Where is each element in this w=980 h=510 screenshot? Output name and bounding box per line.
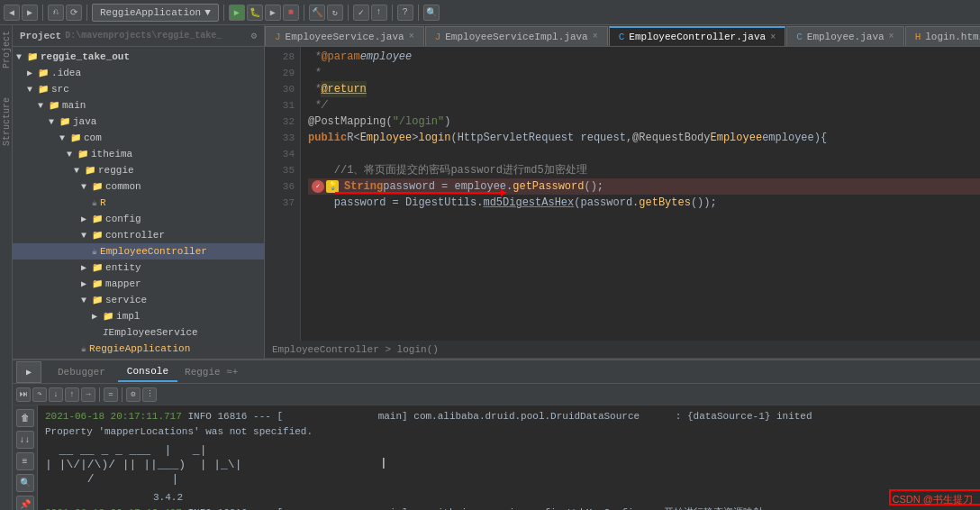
cursor: | — [380, 455, 387, 470]
folder-icon-7: ▼ 📁 — [67, 149, 88, 159]
close-icon-2[interactable]: × — [593, 32, 598, 41]
close-icon-4[interactable]: × — [889, 32, 894, 41]
tree-item-reggie[interactable]: ▼ 📁 reggie — [13, 162, 264, 178]
tree-label-common: common — [105, 181, 141, 192]
line-num-29: 29 — [265, 65, 295, 81]
console-line-2: Property 'mapperLocations' was not speci… — [45, 424, 980, 440]
warning-indicator: 💡 — [326, 180, 339, 193]
folder-icon: ▼ 📁 — [16, 51, 38, 62]
toolbar-btn-2[interactable]: ▶ — [22, 5, 38, 21]
tab-EmployeeServiceImpl[interactable]: J EmployeeServiceImpl.java × — [425, 26, 608, 46]
stop-btn[interactable]: ■ — [283, 5, 299, 21]
tab-Employee[interactable]: C Employee.java × — [786, 26, 903, 46]
tree-label-root: reggie_take_out — [41, 51, 130, 62]
tree-item-service[interactable]: ▼ 📁 service — [13, 292, 264, 308]
code-line-37: password = DigestUtils.md5DigestAsHex(pa… — [308, 195, 980, 211]
tree-item-mapper[interactable]: ▶ 📁 mapper — [13, 276, 264, 292]
ascii-line-2: | |\/|/\)/ || ||___) | |_\| — [45, 458, 980, 472]
tree-item-entity[interactable]: ▶ 📁 entity — [13, 260, 264, 276]
ascii-art-block: __ __ _ _ ___ | _| | |\/|/\)/ || ||___) … — [45, 443, 980, 487]
step-into-btn[interactable]: ↓ — [49, 387, 63, 402]
code-line-30: * @return — [308, 81, 980, 97]
update-btn[interactable]: ↑ — [371, 5, 387, 21]
toolbar-sep-2 — [122, 387, 122, 402]
folder-icon-15: ▶ 📁 — [92, 311, 113, 322]
settings-btn[interactable]: ⚙ — [126, 387, 141, 402]
folder-icon-10: ▶ 📁 — [81, 214, 103, 224]
folder-icon-8: ▼ 📁 — [74, 165, 95, 176]
sep-2 — [86, 5, 87, 21]
tab-debugger[interactable]: Debugger — [49, 362, 114, 382]
tab-icon-5: H — [915, 32, 921, 42]
step-out-btn[interactable]: ↑ — [65, 387, 79, 402]
code-line-32: @PostMapping("/login") — [308, 114, 980, 130]
breadcrumb-bar: EmployeeController > login() — [265, 341, 980, 359]
run-btn[interactable]: ▶ — [229, 5, 245, 21]
tab-console[interactable]: Console — [118, 362, 177, 382]
tree-item-java[interactable]: ▼ 📁 java — [13, 114, 264, 130]
folder-icon-6: ▼ 📁 — [59, 132, 81, 143]
tab-login-html[interactable]: H login.html × — [905, 26, 980, 46]
toolbar-btn-3[interactable]: ⎌ — [48, 5, 64, 21]
bottom-tabs-bar: ▶ Debugger Console Reggie ≈+ — [13, 360, 980, 384]
line-num-31: 31 — [265, 97, 295, 114]
help-btn[interactable]: ? — [397, 5, 413, 21]
close-icon-1[interactable]: × — [409, 32, 414, 41]
structure-tab[interactable]: Structure — [0, 92, 12, 151]
sync-btn[interactable]: ↻ — [327, 5, 343, 21]
tree-item-itheima[interactable]: ▼ 📁 itheima — [13, 146, 264, 162]
more-btn[interactable]: ⋮ — [142, 387, 157, 402]
tab-label-5: login.html — [925, 32, 980, 42]
evaluate-btn[interactable]: = — [104, 387, 118, 402]
close-icon-3[interactable]: × — [770, 32, 776, 42]
tree-item-EmployeeController[interactable]: ☕ EmployeeController — [13, 243, 264, 260]
panel-options-btn[interactable]: ⚙ — [250, 30, 257, 41]
tree-item-common[interactable]: ▼ 📁 common — [13, 178, 264, 195]
tree-item-idea[interactable]: ▶ 📁 .idea — [13, 65, 264, 81]
folder-icon-12: ▶ 📁 — [81, 262, 103, 273]
main-toolbar: ◀ ▶ ⎌ ⟳ ReggieApplication ▼ ▶ 🐛 ▶ ■ 🔨 ↻ … — [0, 0, 980, 25]
tab-EmployeeService[interactable]: J EmployeeService.java × — [265, 26, 424, 46]
folder-icon-2: ▶ 📁 — [27, 68, 49, 78]
tab-icon-2: J — [435, 32, 441, 42]
tree-item-config[interactable]: ▶ 📁 config — [13, 211, 264, 227]
code-editor-area[interactable]: 28 29 30 31 32 33 34 35 36 37 — [265, 47, 980, 359]
tree-label-ec: EmployeeController — [100, 246, 207, 257]
tab-EmployeeController[interactable]: C EmployeeController.java × — [609, 26, 785, 46]
run-to-cursor-btn[interactable]: → — [81, 387, 95, 402]
toolbar-btn-1[interactable]: ◀ — [4, 5, 20, 21]
tree-item-ReggieApplication[interactable]: ☕ ReggieApplication — [13, 341, 264, 357]
line-num-37: 37 — [265, 195, 295, 211]
run-with-coverage-btn[interactable]: ▶ — [265, 5, 281, 21]
filter-btn[interactable]: 🔍 — [16, 474, 34, 492]
console-main: 🗑 ↓↓ ≡ 🔍 📌 ↗ 2021-06-18 20:17:11.717 INF… — [13, 405, 980, 510]
line-num-32: 32 — [265, 114, 295, 130]
tree-item-main[interactable]: ▼ 📁 main — [13, 97, 264, 114]
tree-item-controller[interactable]: ▼ 📁 controller — [13, 227, 264, 243]
folder-icon-3: ▼ 📁 — [27, 84, 49, 95]
tree-item-EmployeeService[interactable]: I EmployeeService — [13, 324, 264, 341]
tree-label-impl: impl — [116, 311, 140, 322]
tree-item-root[interactable]: ▼ 📁 reggie_take_out — [13, 49, 264, 65]
tree-item-impl[interactable]: ▶ 📁 impl — [13, 308, 264, 324]
tree-item-com[interactable]: ▼ 📁 com — [13, 130, 264, 146]
debug-btn[interactable]: 🐛 — [247, 5, 263, 21]
toolbar-btn-4[interactable]: ⟳ — [66, 5, 82, 21]
app-selector[interactable]: ReggieApplication ▼ — [92, 4, 219, 22]
resume-btn[interactable]: ⏭ — [16, 387, 31, 402]
debug-run-btn[interactable]: ▶ — [16, 361, 41, 383]
clear-console-btn[interactable]: 🗑 — [16, 409, 34, 427]
tree-item-src[interactable]: ▼ 📁 src — [13, 81, 264, 97]
fold-btn[interactable]: ≡ — [16, 452, 34, 470]
step-over-btn[interactable]: ↷ — [32, 387, 47, 402]
sep-5 — [348, 5, 349, 21]
folder-icon-11: ▼ 📁 — [81, 230, 103, 241]
commit-btn[interactable]: ✓ — [353, 5, 369, 21]
breadcrumb: EmployeeController > login() — [272, 344, 439, 355]
build-btn[interactable]: 🔨 — [309, 5, 325, 21]
project-tab[interactable]: Project — [0, 25, 12, 74]
pin-btn[interactable]: 📌 — [16, 496, 34, 510]
tree-item-R[interactable]: ☕ R — [13, 195, 264, 211]
scroll-end-btn[interactable]: ↓↓ — [16, 431, 34, 449]
search-everywhere-btn[interactable]: 🔍 — [423, 5, 440, 21]
